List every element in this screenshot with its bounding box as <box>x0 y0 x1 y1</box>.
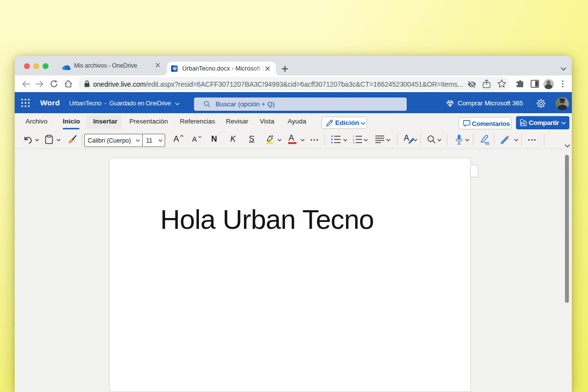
svg-text:W: W <box>172 66 177 71</box>
svg-text:3: 3 <box>353 141 354 144</box>
svg-text:1: 1 <box>353 135 354 138</box>
svg-text:2: 2 <box>353 138 354 141</box>
